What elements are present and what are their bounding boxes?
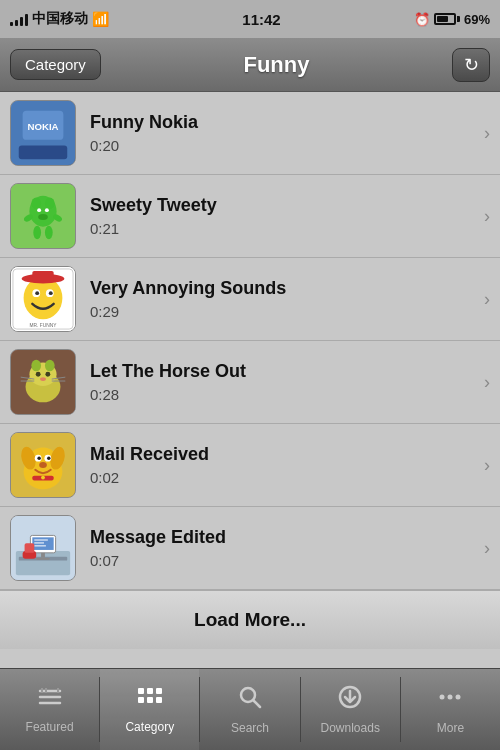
svg-point-31 (45, 372, 50, 377)
svg-rect-57 (41, 553, 45, 558)
svg-point-9 (45, 208, 49, 212)
svg-rect-23 (32, 271, 53, 283)
svg-rect-70 (138, 697, 144, 703)
nav-bar: Category Funny ↻ (0, 38, 500, 92)
chevron-right-icon: › (484, 123, 490, 144)
tweety-thumb-svg (11, 183, 75, 249)
horse-thumb-svg (11, 349, 75, 415)
list-item[interactable]: NOKIA Funny Nokia 0:20 › (0, 92, 500, 175)
item-info: Let The Horse Out 0:28 (90, 361, 476, 403)
list-item[interactable]: MR. FUNNY Very Annoying Sounds 0:29 › (0, 258, 500, 341)
status-right: ⏰ 69% (414, 12, 490, 27)
item-info: Sweety Tweety 0:21 (90, 195, 476, 237)
svg-point-13 (33, 226, 41, 240)
svg-rect-72 (156, 697, 162, 703)
wifi-icon: 📶 (92, 11, 109, 27)
battery-percent: 69% (464, 12, 490, 27)
more-icon (436, 684, 464, 717)
chevron-right-icon: › (484, 455, 490, 476)
svg-point-7 (45, 198, 55, 210)
search-icon (236, 684, 264, 717)
tab-search[interactable]: Search (200, 669, 299, 750)
svg-point-8 (37, 208, 41, 212)
chevron-right-icon: › (484, 289, 490, 310)
svg-rect-1 (19, 146, 67, 160)
tab-search-label: Search (231, 721, 269, 735)
nokia-thumb-svg: NOKIA (11, 100, 75, 166)
item-title: Sweety Tweety (90, 195, 476, 216)
category-icon (136, 685, 164, 716)
chevron-right-icon: › (484, 206, 490, 227)
list-item[interactable]: Mail Received 0:02 › (0, 424, 500, 507)
svg-point-21 (49, 291, 53, 295)
svg-point-20 (35, 291, 39, 295)
svg-point-46 (39, 462, 47, 468)
list-item[interactable]: Sweety Tweety 0:21 › (0, 175, 500, 258)
svg-point-48 (41, 476, 45, 480)
svg-point-10 (38, 214, 48, 220)
featured-icon (36, 685, 64, 716)
svg-rect-68 (147, 688, 153, 694)
downloads-icon (336, 684, 364, 717)
alarm-icon: ⏰ (414, 12, 430, 27)
svg-line-74 (254, 701, 261, 708)
refresh-icon: ↻ (464, 54, 479, 76)
signal-bar-2 (15, 20, 18, 26)
svg-text:NOKIA: NOKIA (27, 121, 58, 132)
svg-rect-54 (34, 539, 48, 540)
svg-point-32 (40, 377, 46, 381)
list-item[interactable]: Let The Horse Out 0:28 › (0, 341, 500, 424)
nav-title: Funny (243, 52, 309, 78)
svg-rect-56 (34, 545, 46, 546)
signal-bar-4 (25, 14, 28, 26)
svg-point-45 (47, 456, 50, 459)
chevron-right-icon: › (484, 372, 490, 393)
signal-bar-3 (20, 17, 23, 26)
status-left: 中国移动 📶 (10, 10, 109, 28)
svg-point-6 (31, 198, 41, 210)
svg-rect-67 (138, 688, 144, 694)
signal-bars (10, 12, 28, 26)
category-button[interactable]: Category (10, 49, 101, 80)
tab-featured[interactable]: Featured (0, 669, 99, 750)
svg-rect-69 (156, 688, 162, 694)
item-duration: 0:20 (90, 137, 476, 154)
signal-bar-1 (10, 22, 13, 26)
item-info: Funny Nokia 0:20 (90, 112, 476, 154)
mail-thumb-svg (11, 432, 75, 498)
chevron-right-icon: › (484, 538, 490, 559)
item-thumbnail (10, 349, 76, 415)
carrier-label: 中国移动 (32, 10, 88, 28)
item-title: Very Annoying Sounds (90, 278, 476, 299)
item-title: Funny Nokia (90, 112, 476, 133)
item-duration: 0:02 (90, 469, 476, 486)
tab-bar: Featured Category Search (0, 668, 500, 750)
svg-point-79 (456, 695, 461, 700)
item-duration: 0:07 (90, 552, 476, 569)
svg-rect-71 (147, 697, 153, 703)
item-info: Mail Received 0:02 (90, 444, 476, 486)
item-thumbnail: NOKIA (10, 100, 76, 166)
svg-point-29 (45, 360, 55, 372)
tab-more[interactable]: More (401, 669, 500, 750)
refresh-button[interactable]: ↻ (452, 48, 490, 82)
item-thumbnail: MR. FUNNY (10, 266, 76, 332)
list-item[interactable]: Message Edited 0:07 › (0, 507, 500, 590)
svg-point-14 (45, 226, 53, 240)
svg-point-28 (31, 360, 41, 372)
tab-downloads[interactable]: Downloads (301, 669, 400, 750)
tab-category[interactable]: Category (100, 669, 199, 750)
item-thumbnail (10, 515, 76, 581)
svg-point-30 (36, 372, 41, 377)
item-info: Message Edited 0:07 (90, 527, 476, 569)
svg-point-77 (440, 695, 445, 700)
svg-rect-55 (34, 542, 44, 543)
tab-category-label: Category (125, 720, 174, 734)
mrfunny-thumb-svg: MR. FUNNY (11, 266, 75, 332)
status-time: 11:42 (242, 11, 280, 28)
tab-more-label: More (437, 721, 464, 735)
load-more-button[interactable]: Load More... (0, 590, 500, 649)
svg-point-78 (448, 695, 453, 700)
ringtone-list: NOKIA Funny Nokia 0:20 › (0, 92, 500, 590)
status-bar: 中国移动 📶 11:42 ⏰ 69% (0, 0, 500, 38)
